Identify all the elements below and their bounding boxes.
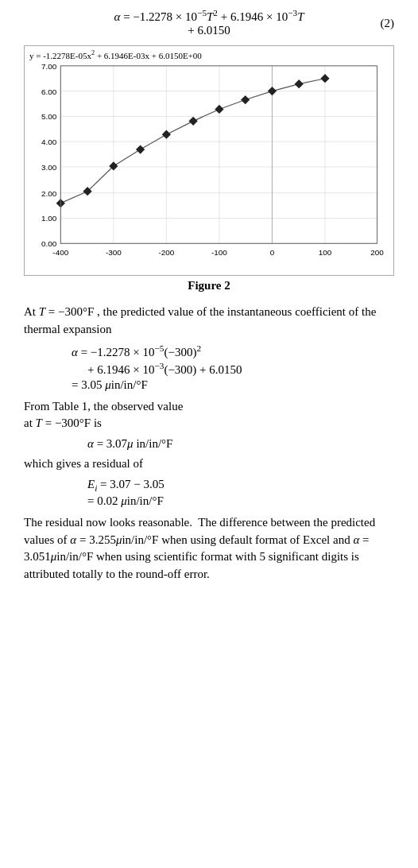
svg-text:-300: -300 bbox=[106, 248, 122, 257]
svg-text:7.00: 7.00 bbox=[41, 62, 57, 71]
calc-result: = 3.05 μin/in/°F bbox=[72, 378, 394, 392]
svg-text:200: 200 bbox=[370, 248, 384, 257]
chart-formula-label: y = -1.2278E-05x2 + 6.1946E-03x + 6.0150… bbox=[29, 49, 202, 60]
svg-rect-37 bbox=[241, 95, 250, 104]
svg-text:4.00: 4.00 bbox=[41, 138, 57, 146]
svg-text:3.00: 3.00 bbox=[41, 163, 57, 172]
svg-rect-39 bbox=[295, 79, 304, 88]
svg-rect-36 bbox=[215, 105, 223, 114]
equation-number: (2) bbox=[381, 16, 395, 29]
svg-rect-40 bbox=[320, 74, 329, 83]
intro-text: At T = −300°F , the predicted value of t… bbox=[24, 304, 394, 339]
from-table-text: From Table 1, the observed valueat T = −… bbox=[24, 398, 394, 433]
calc-eq1: α = −1.2278 × 10−5(−300)2 bbox=[72, 343, 394, 359]
svg-rect-34 bbox=[162, 130, 171, 139]
svg-text:6.00: 6.00 bbox=[41, 87, 57, 96]
svg-text:0: 0 bbox=[270, 248, 275, 257]
svg-rect-38 bbox=[268, 87, 277, 95]
calc-eq2: + 6.1946 × 10−3(−300) + 6.0150 bbox=[87, 361, 394, 377]
residual-result: = 0.02 μin/in/°F bbox=[87, 494, 394, 508]
svg-rect-41 bbox=[60, 66, 377, 243]
chart-svg: 0.00 1.00 2.00 3.00 4.00 5.00 6.00 7.00 … bbox=[25, 46, 393, 275]
svg-rect-33 bbox=[136, 145, 145, 153]
svg-text:2.00: 2.00 bbox=[41, 189, 57, 198]
svg-text:1.00: 1.00 bbox=[41, 214, 57, 223]
svg-text:-200: -200 bbox=[158, 248, 174, 257]
svg-text:-100: -100 bbox=[211, 248, 227, 257]
svg-text:0.00: 0.00 bbox=[41, 239, 57, 248]
figure-caption: Figure 2 bbox=[24, 279, 394, 293]
conclusion-text: The residual now looks reasonable. The d… bbox=[24, 514, 394, 583]
which-gives-text: which gives a residual of bbox=[24, 455, 394, 473]
residual-eq: Ei = 3.07 − 3.05 bbox=[87, 478, 394, 493]
equation-line2: + 6.0150 bbox=[114, 24, 304, 37]
svg-rect-35 bbox=[189, 117, 198, 126]
svg-text:-400: -400 bbox=[52, 248, 68, 257]
alpha-observed: α = 3.07μ in/in/°F bbox=[87, 437, 394, 451]
svg-text:5.00: 5.00 bbox=[41, 112, 57, 121]
equation-line1: α = −1.2278 × 10−5T2 + 6.1946 × 10−3T bbox=[114, 8, 304, 24]
chart-figure2: y = -1.2278E-05x2 + 6.1946E-03x + 6.0150… bbox=[24, 45, 394, 276]
equation-2: α = −1.2278 × 10−5T2 + 6.1946 × 10−3T + … bbox=[24, 8, 394, 37]
svg-text:100: 100 bbox=[319, 248, 332, 257]
